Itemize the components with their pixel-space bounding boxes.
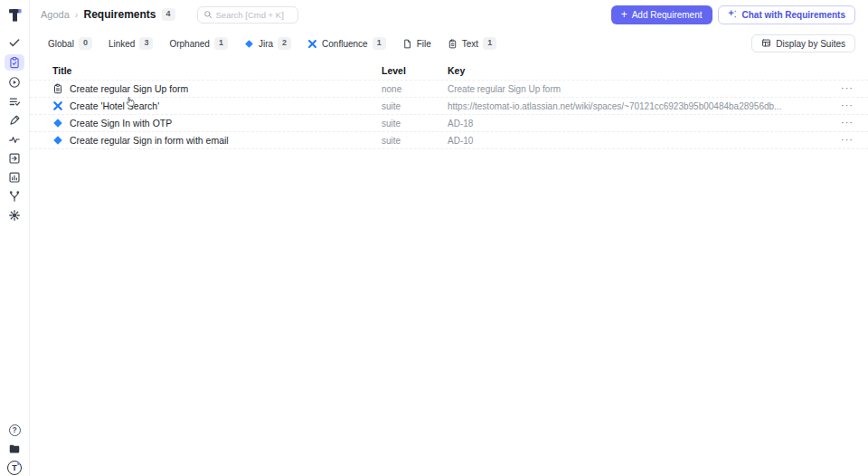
sidebar-item-editor[interactable] — [5, 113, 24, 128]
requirement-title[interactable]: Create regular Sign Up form — [70, 83, 188, 94]
column-title: Title — [52, 65, 382, 76]
branch-icon — [8, 190, 21, 203]
reports-icon — [8, 171, 21, 184]
settings-gear-icon — [8, 209, 21, 222]
sidebar-bottom: ? T — [5, 423, 24, 475]
topbar-actions: + Add Requirement Chat with Requirements — [611, 5, 855, 24]
table-row[interactable]: Create Sign In with OTP suite AD-18 ··· — [30, 115, 868, 132]
breadcrumb-separator-icon: › — [75, 9, 79, 20]
display-grid-icon — [761, 38, 771, 50]
sidebar-item-branches[interactable] — [5, 189, 24, 204]
row-menu-button[interactable]: ··· — [834, 120, 854, 126]
requirement-level: suite — [382, 119, 448, 129]
row-menu-button[interactable]: ··· — [834, 103, 854, 109]
import-icon — [8, 152, 21, 165]
sidebar-nav — [5, 35, 24, 223]
automation-pulse-icon — [8, 133, 21, 146]
requirement-title[interactable]: Create 'Hotel Search' — [70, 100, 159, 111]
sidebar-item-requirements[interactable] — [5, 54, 24, 71]
sidebar: ? T — [0, 0, 30, 476]
search-icon — [203, 6, 212, 23]
text-icon — [52, 83, 63, 94]
topbar: Agoda › Requirements 4 + Add Requirement — [30, 0, 868, 29]
display-by-suites-button[interactable]: Display by Suites — [751, 34, 855, 52]
sidebar-item-settings[interactable] — [5, 208, 24, 223]
sidebar-item-import[interactable] — [5, 151, 24, 166]
filter-confluence-count: 1 — [373, 37, 386, 50]
ai-sparkle-icon — [728, 9, 738, 21]
main-area: Agoda › Requirements 4 + Add Requirement — [30, 0, 868, 476]
row-menu-button[interactable]: ··· — [834, 138, 854, 143]
column-key: Key — [448, 65, 834, 76]
jira-icon — [52, 135, 63, 146]
page-title: Requirements — [83, 8, 156, 21]
app-window: ? T Agoda › Requirements 4 — [0, 0, 868, 476]
filter-confluence[interactable]: Confluence 1 — [307, 37, 386, 50]
requirement-title[interactable]: Create Sign In with OTP — [70, 118, 172, 129]
text-icon — [448, 39, 458, 49]
sidebar-item-runs[interactable] — [5, 75, 24, 90]
plans-list-icon — [8, 95, 21, 108]
account-button[interactable]: T — [5, 461, 24, 475]
projects-button[interactable] — [5, 442, 24, 456]
confluence-icon — [307, 39, 317, 49]
add-requirement-button[interactable]: + Add Requirement — [611, 5, 712, 24]
search-box[interactable] — [197, 6, 298, 24]
requirements-clipboard-icon — [8, 56, 21, 69]
table-row[interactable]: Create regular Sign Up form none Create … — [30, 81, 868, 98]
breadcrumb-project[interactable]: Agoda — [41, 9, 70, 20]
requirements-table: Title Level Key Create regular Sign Up f… — [30, 62, 868, 149]
table-row[interactable]: Create regular Sign in form with email s… — [30, 132, 868, 149]
filter-orphaned-count: 1 — [214, 37, 228, 50]
projects-folder-icon — [8, 443, 21, 455]
requirement-level: none — [382, 84, 448, 94]
filter-bar: Global 0 Linked 3 Orphaned 1 Jira 2 — [30, 33, 868, 54]
filter-jira-count: 2 — [278, 37, 291, 50]
jira-icon — [244, 39, 254, 49]
help-button[interactable]: ? — [5, 423, 24, 437]
filter-orphaned[interactable]: Orphaned 1 — [169, 37, 228, 50]
account-avatar: T — [7, 461, 22, 475]
confluence-icon — [52, 100, 63, 111]
runs-play-icon — [8, 76, 21, 89]
chat-with-requirements-button[interactable]: Chat with Requirements — [718, 5, 855, 24]
filter-linked-count: 3 — [139, 37, 153, 50]
requirement-level: suite — [382, 136, 448, 146]
requirement-title[interactable]: Create regular Sign in form with email — [70, 135, 229, 146]
requirement-level: suite — [382, 101, 448, 111]
table-header: Title Level Key — [30, 62, 868, 81]
requirements-count-badge: 4 — [162, 8, 175, 21]
row-menu-button[interactable]: ··· — [834, 86, 854, 91]
breadcrumb: Agoda › Requirements 4 — [41, 8, 175, 21]
editor-pencil-icon — [8, 114, 21, 127]
tests-check-icon — [8, 36, 21, 49]
requirement-key: https://testomat-io.atlassian.net/wiki/s… — [448, 101, 834, 111]
filter-linked[interactable]: Linked 3 — [108, 37, 153, 50]
filter-global[interactable]: Global 0 — [48, 37, 92, 50]
sidebar-item-reports[interactable] — [5, 170, 24, 185]
requirement-key: AD-10 — [448, 136, 834, 146]
sidebar-item-tests[interactable] — [5, 35, 24, 50]
sidebar-item-automation[interactable] — [5, 132, 24, 147]
requirement-key: AD-18 — [448, 119, 834, 129]
sidebar-item-plans[interactable] — [5, 94, 24, 109]
app-logo[interactable] — [5, 5, 24, 24]
jira-icon — [52, 118, 63, 129]
file-icon — [402, 39, 412, 49]
filter-file[interactable]: File — [402, 39, 431, 49]
filter-text-count: 1 — [483, 37, 496, 50]
search-input[interactable] — [216, 10, 292, 20]
plus-icon: + — [621, 9, 627, 20]
table-row[interactable]: Create 'Hotel Search' suite https://test… — [30, 98, 868, 115]
help-icon: ? — [9, 424, 21, 436]
filter-text[interactable]: Text 1 — [448, 37, 496, 50]
filter-tabs: Global 0 Linked 3 Orphaned 1 Jira 2 — [48, 37, 496, 50]
filter-jira[interactable]: Jira 2 — [244, 37, 291, 50]
column-level: Level — [382, 65, 448, 76]
requirement-key: Create regular Sign Up form — [448, 84, 834, 94]
filter-global-count: 0 — [79, 37, 92, 50]
